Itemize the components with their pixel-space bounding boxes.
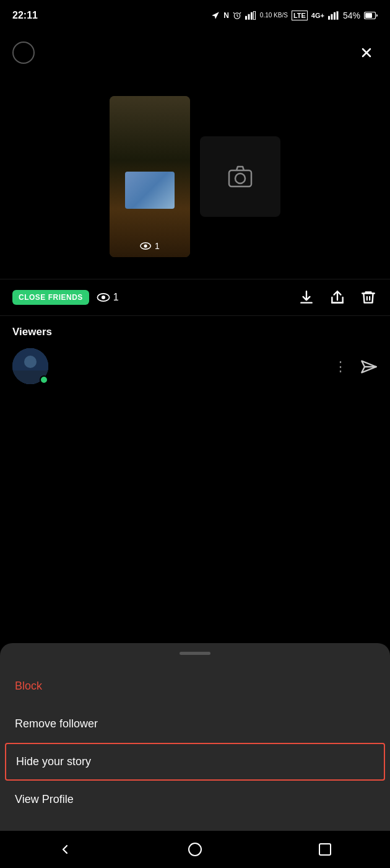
eye-icon-small <box>140 242 151 250</box>
hide-story-button[interactable]: Hide your story <box>5 743 385 781</box>
camera-icon <box>228 165 253 188</box>
online-indicator <box>40 375 48 384</box>
story-thumb-view-count: 1 <box>140 241 160 251</box>
view-count-display: 1 <box>97 292 119 303</box>
block-button[interactable]: Block <box>0 667 390 705</box>
speed-indicator: 0.10 KB/S <box>260 12 288 19</box>
nfc-icon: N <box>223 11 229 20</box>
viewer-actions: ⋮ <box>334 358 378 375</box>
svg-rect-4 <box>253 11 255 20</box>
top-bar <box>0 31 390 74</box>
story-thumb-content <box>110 96 190 257</box>
signal-icon <box>245 11 256 20</box>
alarm-icon <box>233 11 241 20</box>
viewer-avatar-wrap <box>12 348 50 385</box>
svg-rect-22 <box>319 844 331 855</box>
nav-back-button[interactable] <box>53 837 77 862</box>
svg-point-16 <box>102 296 105 299</box>
wifi-icon <box>328 11 339 20</box>
story-info-bar: CLOSE FRIENDS 1 <box>0 279 390 316</box>
location-icon <box>211 11 220 20</box>
share-icon <box>329 289 345 305</box>
close-button[interactable] <box>355 42 378 64</box>
svg-rect-6 <box>331 14 332 20</box>
svg-point-12 <box>144 244 147 247</box>
lte-badge: LTE <box>292 11 308 20</box>
svg-point-14 <box>235 173 245 183</box>
view-profile-button[interactable]: View Profile <box>0 781 390 818</box>
remove-follower-button[interactable]: Remove follower <box>0 705 390 743</box>
status-bar: 22:11 N 0.10 KB/S LTE 4G+ <box>0 0 390 31</box>
svg-rect-8 <box>336 11 338 20</box>
story-game-image <box>125 172 175 209</box>
trash-icon <box>360 289 376 305</box>
nav-home-button[interactable] <box>183 837 207 862</box>
svg-rect-3 <box>251 12 253 20</box>
download-icon <box>298 289 314 305</box>
download-button[interactable] <box>297 288 316 307</box>
more-options-button[interactable]: ⋮ <box>334 359 348 375</box>
recents-icon <box>318 842 332 857</box>
nav-recents-button[interactable] <box>313 837 337 862</box>
send-icon <box>360 358 378 375</box>
viewers-section: Viewers ⋮ <box>0 316 390 395</box>
story-actions <box>297 288 378 307</box>
home-icon <box>188 842 202 857</box>
add-story-camera[interactable] <box>200 136 280 217</box>
battery-percentage: 54% <box>343 11 360 20</box>
viewers-label: Viewers <box>12 326 378 338</box>
svg-point-18 <box>24 356 37 368</box>
nav-bar <box>0 831 390 868</box>
bottom-sheet: Block Remove follower Hide your story Vi… <box>0 643 390 831</box>
status-time: 22:11 <box>12 10 38 21</box>
story-indicator-icon <box>12 42 35 64</box>
svg-rect-1 <box>245 16 247 20</box>
back-icon <box>58 842 72 857</box>
svg-rect-5 <box>328 16 330 20</box>
share-button[interactable] <box>328 288 347 307</box>
status-icons: N 0.10 KB/S LTE 4G+ 54% <box>211 11 378 20</box>
sheet-handle <box>0 643 390 667</box>
viewer-row: ⋮ <box>12 348 378 385</box>
close-icon <box>359 45 374 60</box>
svg-point-21 <box>189 843 201 856</box>
battery-icon <box>364 12 378 19</box>
drag-handle <box>180 652 210 655</box>
close-friends-badge: CLOSE FRIENDS <box>12 290 89 305</box>
story-preview-area: 1 <box>0 74 390 279</box>
delete-button[interactable] <box>359 288 378 307</box>
svg-rect-2 <box>248 14 249 20</box>
network-badge: 4G+ <box>311 12 324 19</box>
send-message-button[interactable] <box>360 358 378 375</box>
svg-rect-10 <box>365 13 372 18</box>
eye-icon <box>97 293 110 302</box>
story-thumbnail[interactable]: 1 <box>110 96 190 257</box>
svg-rect-7 <box>334 12 336 20</box>
